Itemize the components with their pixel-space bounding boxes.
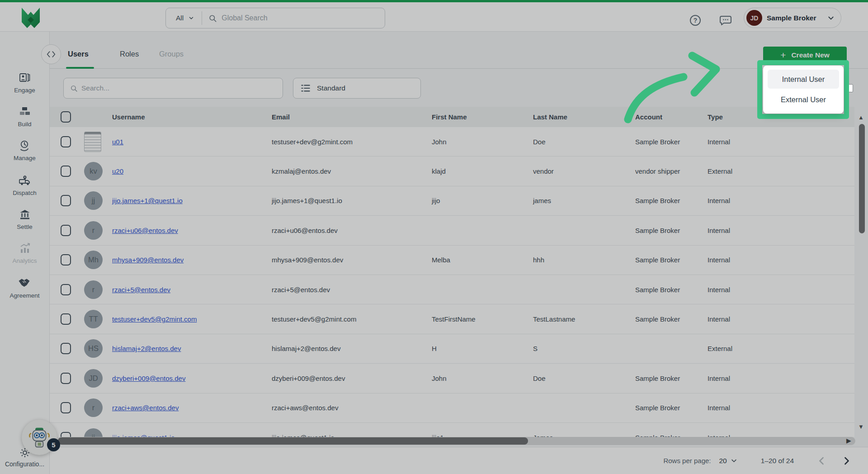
cell-first-name: H [432,345,533,352]
select-all-checkbox[interactable] [61,111,71,123]
next-page-button[interactable] [843,457,850,465]
row-checkbox[interactable] [61,432,71,437]
configuration-label: Configuratio... [0,460,49,468]
col-first-name[interactable]: First Name [432,113,533,121]
sidebar-item-build[interactable]: Build [18,105,31,128]
row-checkbox[interactable] [61,225,71,236]
col-email[interactable]: Email [272,113,432,121]
rows-per-page-select[interactable]: 20 [719,457,737,465]
row-checkbox[interactable] [61,373,71,384]
avatar: kv [84,162,103,180]
account-menu[interactable]: JD Sample Broker [744,8,841,28]
dispatch-truck-icon [18,173,32,187]
cell-email: jijo.james+1@quest1.io [272,197,432,204]
username-link[interactable]: rzaci+u06@entos.dev [112,227,178,234]
row-checkbox[interactable] [61,313,71,325]
username-link[interactable]: rzaci+5@entos.dev [112,286,170,294]
username-link[interactable]: u01 [112,138,123,146]
sidebar-item-manage[interactable]: Manage [14,139,36,161]
sidebar-item-settle[interactable]: Settle [17,208,33,230]
pagination-bar: Rows per page: 20 1–20 of 24 [50,447,868,474]
cell-type: Internal [708,404,854,412]
cell-type: Internal [708,434,854,437]
username-link[interactable]: rzaci+aws@entos.dev [112,404,179,412]
col-username[interactable]: Username [112,113,272,121]
table-row: r rzaci+aws@entos.dev rzaci+aws@entos.de… [50,393,854,423]
menu-item-internal-user[interactable]: Internal User [768,70,839,89]
table-search-input[interactable] [81,84,262,92]
view-selector[interactable]: Standard [293,78,421,99]
cell-first-name: TestFirstName [432,315,533,323]
username-link[interactable]: u20 [112,167,123,175]
row-checkbox[interactable] [61,195,71,206]
scroll-up-arrow[interactable]: ▲ [858,114,864,121]
username-link[interactable]: jijo.james+1@quest1.io [112,197,183,204]
cell-email: testuser+dev5@g2mint.com [272,315,432,323]
row-checkbox[interactable] [61,136,71,147]
cell-type: Internal [708,286,854,294]
col-last-name[interactable]: Last Name [533,113,635,121]
cell-email: kzmalaj@entos.dev [272,167,432,175]
cell-last-name: Doe [533,374,635,382]
pagination-range: 1–20 of 24 [761,457,794,465]
cell-type: Internal [708,227,854,234]
cell-last-name: Doe [533,138,635,146]
username-link[interactable]: dzyberi+009@entos.dev [112,374,185,382]
sidebar-item-agreement[interactable]: Agreement [9,276,39,299]
cell-email: rzaci+u06@entos.dev [272,227,432,234]
sidebar-item-label: Agreement [9,292,39,299]
account-avatar: JD [746,10,762,26]
username-link[interactable]: hislamaj+2@entos.dev [112,345,181,352]
cell-account: Sample Broker [635,315,708,323]
tab-roles[interactable]: Roles [120,50,139,58]
cell-email: rzaci+aws@entos.dev [272,404,432,412]
cell-last-name: james [533,197,635,204]
scroll-down-arrow[interactable]: ▼ [858,423,864,430]
create-new-label: Create New [791,51,829,59]
cell-type: Internal [708,197,854,204]
username-link[interactable]: mhysa+909@entos.dev [112,256,184,264]
row-checkbox[interactable] [61,343,71,354]
sidebar-item-label: Settle [17,223,33,230]
scroll-right-arrow[interactable]: ▶ [846,437,851,444]
global-search-input[interactable] [217,14,353,22]
avatar: jj [84,191,103,210]
sidebar-item-engage[interactable]: Engage [14,71,35,94]
username-link[interactable]: testuser+dev5@g2mint.com [112,315,197,323]
search-scope-value: All [176,14,184,22]
horizontal-scrollbar-thumb[interactable] [58,437,528,445]
col-account[interactable]: Account [635,113,708,121]
rows-per-page-value: 20 [719,457,726,465]
search-scope-dropdown[interactable]: All [166,14,202,22]
cell-account: Sample Broker [635,256,708,264]
username-link[interactable]: jijo.james@quest1.io [112,434,175,437]
help-icon[interactable]: ? [689,14,702,27]
cursor-fragment [847,84,853,92]
tab-groups[interactable]: Groups [159,50,184,58]
analytics-icon [19,242,31,255]
sidebar-item-dispatch[interactable]: Dispatch [13,173,37,196]
menu-item-external-user[interactable]: External User [768,90,839,109]
previous-page-button[interactable] [818,457,825,465]
tab-users[interactable]: Users [68,50,89,58]
row-checkbox[interactable] [61,254,71,265]
plus-icon: + [780,50,786,60]
row-checkbox[interactable] [61,284,71,295]
create-new-button[interactable]: + Create New [763,47,847,64]
table-row: u01 testuser+dev@g2mint.com John Doe Sam… [50,127,854,156]
row-checkbox[interactable] [61,166,71,177]
sidebar-item-analytics[interactable]: Analytics [12,242,37,264]
chevron-down-icon [827,14,835,22]
cell-last-name: hhh [533,256,635,264]
sidebar-collapse-button[interactable] [41,44,61,64]
build-icon [19,105,31,118]
chat-feedback-icon[interactable] [719,14,732,28]
table-row: kv u20 kzmalaj@entos.dev klajd vendor ve… [50,156,854,186]
row-checkbox[interactable] [61,402,71,413]
vertical-scrollbar-thumb[interactable] [859,124,865,233]
g2mint-logo-icon[interactable] [19,6,42,29]
col-type[interactable]: Type [708,113,854,121]
account-name: Sample Broker [767,14,823,22]
notification-badge: 5 [47,438,60,451]
cell-type: External [708,167,854,175]
